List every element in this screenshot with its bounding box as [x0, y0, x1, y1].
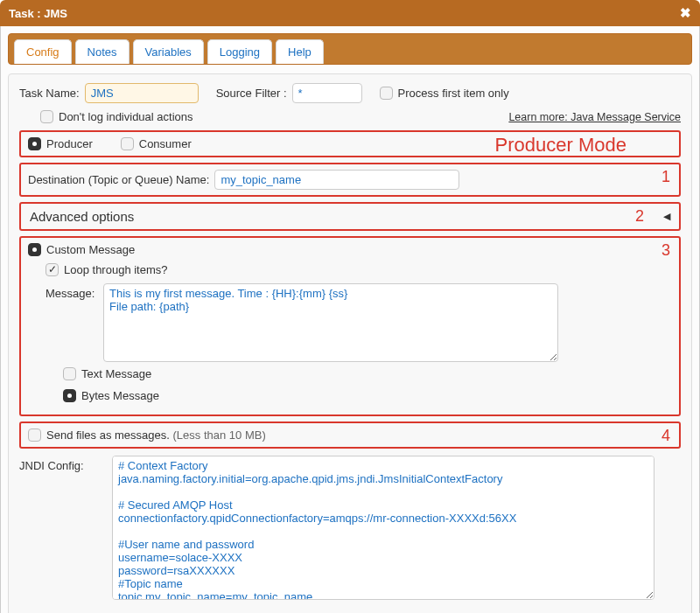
loop-items-label: Loop through items? [64, 263, 168, 276]
message-textarea[interactable]: This is my first message. Time : {HH}:{m… [103, 283, 558, 362]
tab-logging[interactable]: Logging [207, 39, 272, 64]
advanced-options-label: Advanced options [30, 209, 134, 224]
dont-log-label: Don't log individual actions [59, 110, 193, 123]
tab-help[interactable]: Help [276, 39, 324, 64]
producer-label: Producer [46, 137, 93, 150]
jndi-config-textarea[interactable]: # Context Factory java.naming.factory.in… [112, 456, 654, 600]
task-name-label: Task Name: [19, 87, 80, 100]
process-first-checkbox[interactable] [380, 87, 393, 100]
annotation-2: 2 [635, 207, 644, 226]
jndi-config-label: JNDI Config: [19, 456, 107, 472]
advanced-section: 2 Advanced options ◀ [19, 202, 681, 231]
bytes-message-radio[interactable] [63, 389, 76, 402]
close-icon[interactable]: ✖ [680, 5, 691, 21]
text-message-radio[interactable] [63, 367, 76, 380]
task-name-input[interactable] [85, 83, 199, 103]
dialog-body: Config Notes Variables Logging Help Task… [0, 26, 700, 613]
annotation-mode: Producer Mode [495, 134, 626, 157]
loop-items-checkbox[interactable] [46, 263, 59, 276]
consumer-radio[interactable] [121, 137, 134, 150]
custom-message-radio[interactable] [28, 243, 41, 256]
mode-section: Producer Mode Producer Consumer [19, 130, 681, 157]
config-panel: Task Name: Source Filter : Process first… [8, 73, 692, 613]
tabstrip: Config Notes Variables Logging Help [8, 33, 692, 65]
tab-config[interactable]: Config [14, 39, 72, 64]
learn-more-link[interactable]: Learn more: Java Message Service [508, 111, 681, 123]
annotation-3: 3 [662, 241, 670, 260]
annotation-4: 4 [662, 427, 670, 445]
send-files-label: Send files as messages. (Less than 10 MB… [46, 428, 266, 442]
dont-log-checkbox[interactable] [40, 110, 53, 123]
destination-input[interactable] [214, 170, 459, 190]
advanced-options-toggle[interactable]: Advanced options ◀ [28, 205, 672, 227]
producer-radio[interactable] [28, 137, 41, 150]
source-filter-label: Source Filter : [216, 87, 287, 100]
annotation-1: 1 [662, 168, 670, 186]
tab-variables[interactable]: Variables [133, 39, 204, 64]
process-first-label: Process first item only [398, 87, 509, 100]
send-files-radio[interactable] [28, 428, 41, 442]
destination-section: 1 Destination (Topic or Queue) Name: [19, 163, 681, 197]
collapse-left-icon: ◀ [663, 211, 670, 222]
destination-label: Destination (Topic or Queue) Name: [28, 173, 209, 186]
message-label: Message: [46, 283, 98, 300]
consumer-label: Consumer [139, 137, 192, 150]
custom-message-label: Custom Message [46, 243, 135, 256]
dialog-titlebar: Task : JMS ✖ [0, 0, 700, 26]
tab-notes[interactable]: Notes [75, 39, 130, 64]
custom-message-section: 3 Custom Message Loop through items? Mes… [19, 236, 681, 416]
text-message-label: Text Message [81, 367, 151, 380]
bytes-message-label: Bytes Message [81, 389, 159, 402]
dialog-title: Task : JMS [9, 7, 67, 20]
send-files-section: 4 Send files as messages. (Less than 10 … [19, 421, 681, 449]
source-filter-input[interactable] [292, 83, 362, 103]
